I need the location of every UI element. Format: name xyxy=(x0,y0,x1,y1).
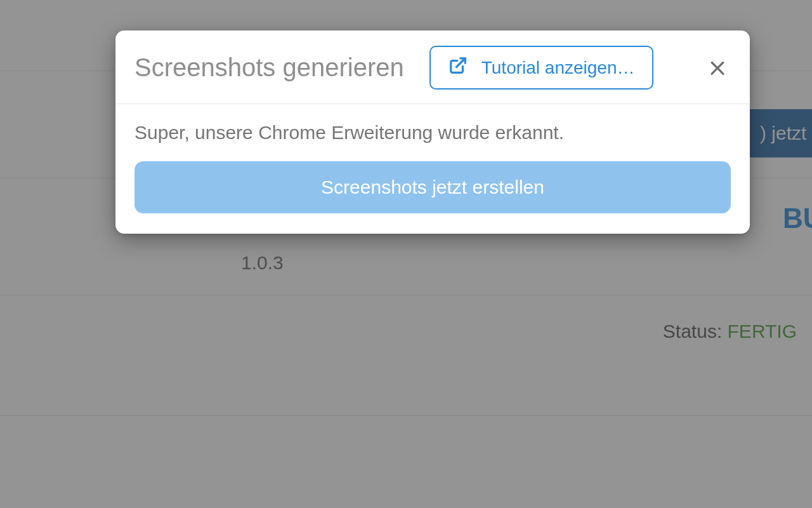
modal-message: Super, unsere Chrome Erweiterung wurde e… xyxy=(134,122,731,144)
close-button[interactable] xyxy=(704,55,731,81)
modal-body: Super, unsere Chrome Erweiterung wurde e… xyxy=(115,104,750,234)
show-tutorial-button[interactable]: Tutorial anzeigen… xyxy=(429,46,654,90)
generate-screenshots-modal: Screenshots generieren Tutorial anzeigen… xyxy=(115,30,750,234)
external-link-icon xyxy=(449,56,468,79)
tutorial-button-label: Tutorial anzeigen… xyxy=(481,58,635,78)
modal-header: Screenshots generieren Tutorial anzeigen… xyxy=(115,30,750,104)
create-screenshots-button[interactable]: Screenshots jetzt erstellen xyxy=(134,161,731,213)
modal-title: Screenshots generieren xyxy=(134,53,404,82)
close-icon xyxy=(707,71,728,81)
svg-line-0 xyxy=(456,58,465,67)
